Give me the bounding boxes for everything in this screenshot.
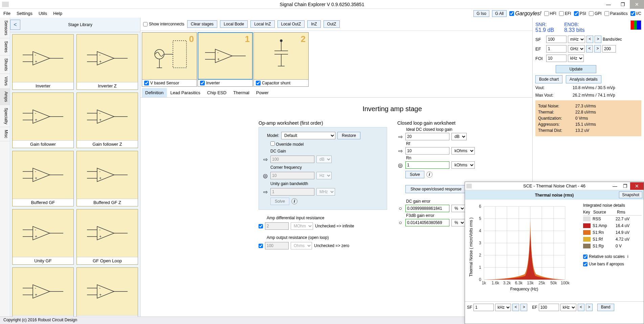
menu-utils[interactable]: Utils (39, 11, 47, 16)
local-inz-button[interactable]: Local InZ (250, 20, 274, 28)
corner-freq-unit[interactable]: Hz (316, 172, 332, 179)
sf-inc[interactable]: > (595, 36, 601, 43)
show-interconnects-checkbox[interactable]: Show interconnects (143, 22, 184, 26)
ic-checkbox[interactable]: I/C (630, 11, 641, 16)
rout-unit[interactable]: Ohms (291, 242, 312, 249)
stage-box[interactable]: 2Capacitor shunt (253, 32, 309, 87)
lib-item[interactable]: -+Sallen-Key LP (12, 267, 74, 323)
restore-button[interactable]: Restore (337, 132, 360, 139)
efi-checkbox[interactable]: EFI (559, 11, 571, 16)
popup-ef-input[interactable] (539, 304, 559, 311)
bands-input[interactable] (602, 45, 616, 53)
dc-gain-unit[interactable]: dB (316, 156, 332, 163)
menu-help[interactable]: Help (53, 11, 62, 16)
lib-item[interactable]: -+Buffered GF (12, 151, 74, 206)
rn-unit[interactable]: kOhms (451, 161, 475, 169)
parasitics-checkbox[interactable]: Parasitics (604, 11, 628, 16)
ugb-unit[interactable]: MHz (316, 188, 335, 196)
popup-close[interactable]: ✕ (630, 182, 644, 190)
vtab-sensors[interactable]: Sensors (0, 18, 10, 38)
foi-input[interactable] (546, 55, 567, 62)
sf-dec[interactable]: < (586, 36, 593, 43)
vtab-vdvs[interactable]: Vdvs (0, 74, 10, 89)
f3-err-unit[interactable]: % (451, 219, 465, 226)
lib-item[interactable]: -+Gain follower (12, 93, 74, 148)
vtab-amps[interactable]: Amps (0, 89, 10, 105)
stage-box[interactable]: 0V based Sensor (142, 32, 197, 87)
dc-gain-input[interactable] (270, 156, 314, 163)
outz-button[interactable]: OutZ (324, 20, 340, 28)
ef-inc[interactable]: > (594, 45, 601, 53)
psi-checkbox[interactable]: PSI (574, 11, 586, 16)
popup-ef-unit[interactable]: kHz (560, 304, 576, 311)
lib-item[interactable]: -+Inverter Z (76, 34, 138, 90)
dc-err-input[interactable] (405, 205, 449, 212)
ugb-input[interactable] (270, 188, 314, 196)
popup-minimize[interactable]: — (610, 182, 620, 190)
rout-checkbox[interactable] (259, 244, 263, 248)
corner-freq-input[interactable] (270, 172, 314, 179)
sf-input[interactable] (546, 36, 567, 43)
sf-unit[interactable]: mHz (568, 36, 585, 43)
band-button[interactable]: Band (597, 304, 614, 311)
ideal-gain-input[interactable] (405, 133, 449, 140)
vtab-misc[interactable]: Misc (0, 127, 10, 141)
popup-sf-unit[interactable]: kHz (495, 304, 511, 311)
rout-input[interactable] (265, 242, 289, 249)
lib-item[interactable]: -+Unity GF (12, 209, 74, 265)
stage-checkbox[interactable] (256, 81, 261, 85)
rin-checkbox[interactable] (259, 224, 263, 228)
subtab-lead-parasitics[interactable]: Lead Parasitics (167, 88, 204, 97)
rin-unit[interactable]: MOhm (291, 222, 313, 230)
back-button[interactable]: < (10, 20, 20, 30)
popup-sf-input[interactable] (473, 304, 494, 311)
close-button[interactable]: ✕ (630, 0, 644, 9)
lib-item[interactable]: -+Gain follower Z (76, 93, 138, 148)
clear-stages-button[interactable]: Clear stages (187, 20, 217, 28)
rf-input[interactable] (405, 147, 449, 155)
g-all-button[interactable]: G All (492, 10, 507, 17)
model-select[interactable]: Default (281, 132, 335, 139)
chart-icon[interactable] (630, 20, 641, 30)
rn-input[interactable] (405, 161, 449, 169)
legend-row[interactable]: S1:Rp0 V (583, 243, 642, 249)
ef-unit[interactable]: GHz (568, 45, 585, 53)
minimize-button[interactable]: — (601, 0, 616, 9)
menu-settings[interactable]: Settings (17, 11, 32, 16)
local-outz-button[interactable]: Local OutZ (277, 20, 305, 28)
stage-box[interactable]: -+1Inverter (198, 32, 253, 87)
update-button[interactable]: Update (556, 65, 596, 73)
analysis-details-button[interactable]: Analysis details (566, 75, 601, 83)
snapshot-button[interactable]: Snapshot (619, 191, 642, 198)
closed-solve-button[interactable]: Solve (405, 171, 424, 178)
legend-row[interactable]: S1:Rf4.72 uV (583, 236, 642, 243)
local-bode-button[interactable]: Local Bode (220, 20, 248, 28)
override-model-checkbox[interactable]: Override model (270, 141, 304, 147)
subtab-thermal[interactable]: Thermal (230, 88, 253, 97)
show-response-button[interactable]: Show open/closed response (405, 185, 467, 193)
dc-err-unit[interactable]: % (451, 205, 465, 212)
ef-dec[interactable]: < (586, 45, 593, 53)
foi-unit[interactable]: kHz (568, 55, 584, 62)
stage-checkbox[interactable] (200, 81, 205, 85)
legend-row[interactable]: S1:Rn14.9 uV (583, 229, 642, 236)
hfi-checkbox[interactable]: HFI (544, 11, 556, 16)
lib-item[interactable]: -+Inverter (12, 34, 74, 90)
subtab-definition[interactable]: Definition (142, 88, 167, 97)
vtab-series[interactable]: Series (0, 38, 10, 56)
f3-err-input[interactable] (405, 219, 449, 226)
legend-row[interactable]: S1:Amp16.4 uV (583, 222, 642, 229)
stage-checkbox[interactable] (144, 81, 149, 85)
inz-button[interactable]: InZ (307, 20, 320, 28)
use-bars-checkbox[interactable]: Use bars if apropos (583, 260, 642, 268)
popup-maximize[interactable]: ❐ (620, 182, 630, 190)
ef-input[interactable] (546, 45, 567, 53)
opamp-solve-button[interactable]: Solve (270, 198, 289, 205)
vtab-specialty[interactable]: Specialty (0, 105, 10, 127)
info-icon[interactable]: i (426, 171, 432, 178)
lib-item[interactable]: -+Buffered GF Z (76, 151, 138, 206)
lib-item[interactable]: -+Sallen-Key LP UG (76, 267, 138, 323)
ideal-gain-unit[interactable]: dB (451, 133, 467, 140)
maximize-button[interactable]: ❐ (616, 0, 630, 9)
info-icon[interactable]: i (627, 254, 628, 259)
